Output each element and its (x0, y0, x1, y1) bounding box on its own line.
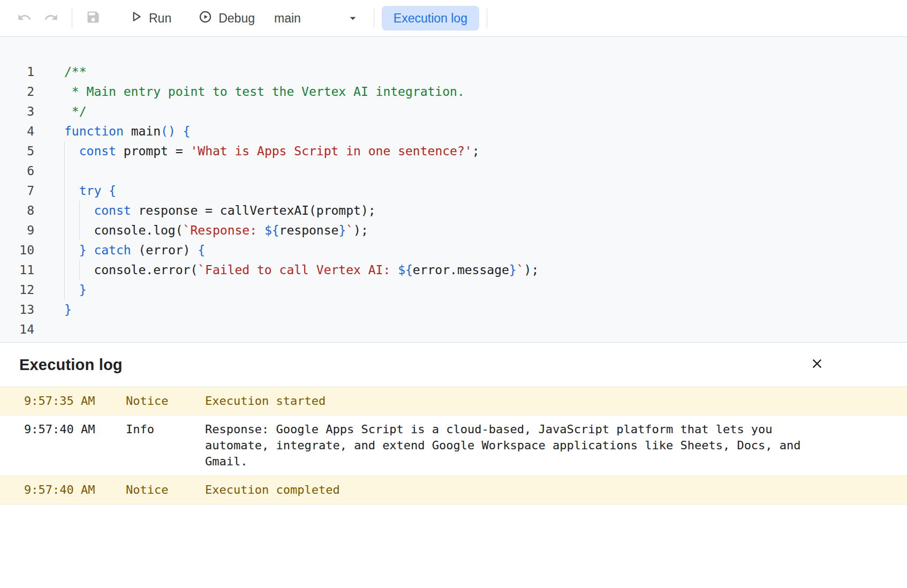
close-icon (810, 356, 825, 373)
code-line (64, 320, 539, 340)
apps-script-ide: Run Debug main Execution log 12345678910… (0, 0, 907, 504)
line-number-gutter: 1234567891011121314 (0, 62, 34, 342)
selected-function: main (274, 11, 301, 26)
toolbar-divider (374, 9, 374, 28)
code-token: catch (94, 243, 131, 257)
line-number[interactable]: 10 (0, 240, 34, 260)
line-number[interactable]: 3 (0, 102, 34, 122)
debug-icon (198, 10, 213, 27)
code-token: { (183, 124, 191, 138)
code-token: } (509, 263, 517, 277)
log-message: Execution started (205, 393, 326, 409)
line-number[interactable]: 13 (0, 300, 34, 320)
code-token: ; (472, 144, 480, 158)
line-number[interactable]: 11 (0, 260, 34, 280)
log-time: 9:57:35 AM (0, 393, 126, 409)
indent-guide-icon (79, 221, 80, 240)
run-label: Run (149, 11, 171, 26)
code-token: } (79, 283, 87, 297)
indent-guide-icon (64, 181, 65, 201)
execution-log-button[interactable]: Execution log (382, 6, 479, 31)
log-entries: 9:57:35 AMNoticeExecution started9:57:40… (0, 387, 907, 504)
code-token: ); (524, 263, 539, 277)
line-number[interactable]: 5 (0, 141, 34, 161)
log-time: 9:57:40 AM (0, 421, 126, 438)
code-token: { (109, 184, 116, 198)
code-line: */ (64, 102, 539, 122)
save-project-button[interactable] (80, 5, 107, 31)
log-message: Response: Google Apps Script is a cloud-… (205, 421, 805, 470)
debug-button[interactable]: Debug (190, 5, 263, 31)
code-line: console.log(`Response: ${response}`); (64, 221, 539, 240)
line-number[interactable]: 1 (0, 62, 34, 82)
code-line: * Main entry point to test the Vertex AI… (64, 82, 539, 102)
code-token: error.message (413, 263, 509, 277)
log-title: Execution log (19, 356, 123, 374)
line-number[interactable]: 6 (0, 161, 34, 181)
code-line: } (64, 280, 539, 300)
execution-log-panel: Execution log 9:57:35 AMNoticeExecution … (0, 343, 907, 504)
code-token: } (338, 223, 346, 237)
code-token (87, 243, 94, 257)
log-level: Info (126, 421, 205, 438)
line-number[interactable]: 14 (0, 320, 34, 340)
code-token: { (198, 243, 205, 257)
code-token: prompt = (116, 144, 190, 158)
code-token: ${ (398, 263, 413, 277)
code-token: main (124, 124, 161, 138)
code-token (64, 184, 79, 198)
code-token: `Failed to call Vertex AI: (198, 263, 398, 277)
code-token (101, 184, 109, 198)
code-editor[interactable]: 1234567891011121314 /** * Main entry poi… (0, 37, 907, 343)
undo-icon (17, 10, 32, 27)
code-token: const (94, 203, 131, 217)
code-token (64, 283, 79, 297)
code-token: `Response: (183, 223, 264, 237)
redo-button[interactable] (37, 5, 64, 31)
play-icon (129, 10, 143, 27)
code-token: response = callVertexAI(prompt); (131, 203, 376, 217)
code-token: } (79, 243, 87, 257)
function-selector[interactable]: main (263, 5, 366, 31)
line-number[interactable]: 8 (0, 201, 34, 221)
line-number[interactable]: 12 (0, 280, 34, 300)
indent-guide-icon (64, 221, 65, 240)
code-token: 'What is Apps Script in one sentence?' (190, 144, 472, 158)
line-number[interactable]: 9 (0, 221, 34, 240)
line-number[interactable]: 4 (0, 122, 34, 141)
code-token: */ (64, 104, 87, 118)
indent-guide-icon (79, 260, 80, 280)
run-button[interactable]: Run (120, 5, 180, 31)
code-token: ); (353, 223, 368, 237)
code-token: ` (517, 263, 524, 277)
code-token (64, 243, 79, 257)
undo-button[interactable] (11, 5, 37, 31)
line-number[interactable]: 2 (0, 82, 34, 102)
indent-guide-icon (79, 201, 80, 221)
code-token: ` (346, 223, 353, 237)
indent-guide-icon (64, 280, 65, 300)
code-token: () (161, 124, 176, 138)
indent-guide-icon (64, 260, 65, 280)
code-token: } (64, 303, 72, 316)
toolbar-divider (72, 9, 72, 28)
code-token: response (279, 223, 339, 237)
save-project-icon (86, 10, 101, 27)
code-line: /** (64, 62, 539, 82)
toolbar: Run Debug main Execution log (0, 0, 907, 37)
code-token: * Main entry point to test the Vertex AI… (64, 85, 465, 99)
log-message: Execution completed (205, 482, 340, 498)
chevron-down-icon (346, 11, 360, 25)
code-token: /** (64, 65, 87, 79)
close-log-button[interactable] (805, 353, 829, 376)
indent-guide-icon (64, 161, 65, 181)
code-line: function main() { (64, 122, 539, 141)
code-line: const prompt = 'What is Apps Script in o… (64, 141, 539, 161)
code-token (64, 144, 79, 158)
indent-guide-icon (64, 141, 65, 161)
code-line: try { (64, 181, 539, 201)
code-lines: /** * Main entry point to test the Verte… (64, 62, 539, 342)
log-entry: 9:57:40 AMNoticeExecution completed (0, 476, 907, 504)
log-entry: 9:57:35 AMNoticeExecution started (0, 387, 907, 415)
line-number[interactable]: 7 (0, 181, 34, 201)
